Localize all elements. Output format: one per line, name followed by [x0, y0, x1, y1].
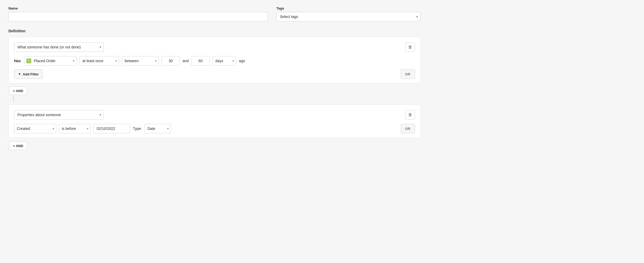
and-button-1[interactable]: + AND: [9, 87, 27, 95]
definition-title: Definition: [8, 29, 421, 33]
type-select[interactable]: Date Text Number: [144, 124, 171, 133]
condition-1-type-select[interactable]: What someone has done (or not done) Prop…: [14, 42, 104, 52]
time-num1-input[interactable]: [161, 56, 180, 66]
condition-block-1: What someone has done (or not done) Prop…: [8, 37, 421, 83]
trash-icon: 🗑: [408, 45, 412, 49]
field-select-wrapper: Created Email First Name Last Name: [14, 124, 56, 133]
tags-select[interactable]: Select tags: [276, 12, 421, 21]
freq-select-wrapper: at least once zero times exactly: [80, 56, 119, 66]
condition-1-delete-button[interactable]: 🗑: [405, 42, 415, 52]
time-num2-input[interactable]: [191, 56, 210, 66]
freq-select[interactable]: at least once zero times exactly: [80, 56, 119, 66]
event-select-wrapper[interactable]: Placed Order Viewed Product Added to Car…: [24, 56, 77, 66]
shopify-icon: [26, 58, 31, 63]
top-row: Name Tags Select tags: [8, 6, 421, 21]
and-connector-1: + AND: [8, 87, 421, 101]
condition-1-type-wrapper: What someone has done (or not done) Prop…: [14, 42, 104, 52]
condition-1-filter-row: Has Placed Order Viewed Product Added to: [14, 56, 415, 66]
type-label: Type:: [133, 126, 142, 131]
condition-2-filter-row: Created Email First Name Last Name is be…: [14, 124, 415, 133]
unit-select-wrapper: days hours weeks months: [212, 56, 236, 66]
unit-select[interactable]: days hours weeks months: [212, 56, 236, 66]
date-input[interactable]: [93, 124, 130, 133]
condition-2-header: Properties about someone What someone ha…: [14, 110, 415, 120]
name-field-group: Name: [8, 6, 268, 21]
add-filter-label: Add Filter: [23, 72, 39, 76]
time-select[interactable]: between in the last before after: [122, 56, 159, 66]
page-container: Name Tags Select tags Definition What so…: [8, 6, 421, 150]
name-input[interactable]: [8, 12, 268, 21]
tags-select-wrapper: Select tags: [276, 12, 421, 21]
type-select-wrapper: Date Text Number: [144, 124, 171, 133]
and-connector-2: + AND: [8, 142, 421, 150]
filter-icon: ▼: [18, 72, 21, 76]
condition-2-type-wrapper: Properties about someone What someone ha…: [14, 110, 104, 120]
condition-1-footer: ▼ Add Filter OR: [14, 69, 415, 79]
tags-field-group: Tags Select tags: [276, 6, 421, 21]
condition-2-type-select[interactable]: Properties about someone What someone ha…: [14, 110, 104, 120]
or-button-1[interactable]: OR: [401, 69, 415, 79]
op-select-wrapper: is before is after is on is between: [59, 124, 91, 133]
and-text: and: [183, 59, 189, 63]
and-button-2[interactable]: + AND: [9, 142, 27, 150]
op-select[interactable]: is before is after is on is between: [59, 124, 91, 133]
condition-2-delete-button[interactable]: 🗑: [405, 110, 415, 120]
or-button-2[interactable]: OR: [401, 124, 415, 133]
condition-block-2: Properties about someone What someone ha…: [8, 105, 421, 138]
tags-label: Tags: [276, 6, 421, 10]
add-filter-button[interactable]: ▼ Add Filter: [14, 69, 43, 79]
definition-section: Definition What someone has done (or not…: [8, 29, 421, 150]
field-select[interactable]: Created Email First Name Last Name: [14, 124, 56, 133]
name-label: Name: [8, 6, 268, 10]
time-select-wrapper: between in the last before after: [122, 56, 159, 66]
trash-icon-2: 🗑: [408, 112, 412, 117]
event-select[interactable]: Placed Order Viewed Product Added to Car…: [34, 59, 74, 63]
ago-text: ago: [239, 59, 245, 63]
condition-1-header: What someone has done (or not done) Prop…: [14, 42, 415, 52]
has-label: Has: [14, 59, 21, 63]
connector-line: [13, 96, 14, 101]
